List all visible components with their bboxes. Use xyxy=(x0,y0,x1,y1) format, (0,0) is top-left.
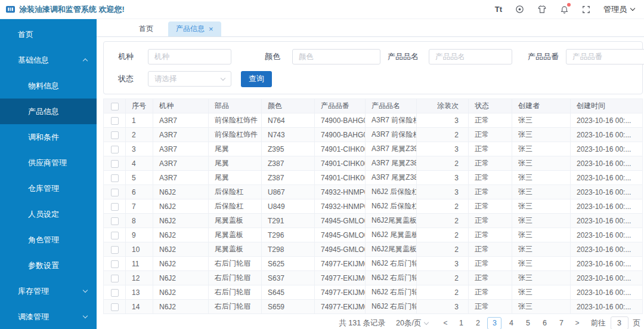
cell: A3R7 尾翼Z387... xyxy=(366,156,417,171)
row-checkbox[interactable] xyxy=(111,217,119,225)
cell: 74977-EKIJM0... xyxy=(315,271,366,285)
row-checkbox[interactable] xyxy=(111,246,119,254)
product-name-input[interactable] xyxy=(429,49,512,64)
table-row: 1A3R7前保险杠饰件N76474900-BAHG00...A3R7 前保险杠.… xyxy=(104,113,643,128)
sidebar-item-product-info[interactable]: 产品信息 xyxy=(0,99,97,124)
total-records: 共 131 条记录 xyxy=(339,318,385,328)
cell: A3R7 xyxy=(153,128,209,142)
page-button-4[interactable]: 4 xyxy=(504,317,518,329)
cell: 74945-GMLO0... xyxy=(315,242,366,257)
cell: 尾翼 xyxy=(209,142,262,156)
notification-bell-icon[interactable] xyxy=(560,5,569,14)
row-checkbox-cell xyxy=(104,214,126,228)
row-checkbox[interactable] xyxy=(111,289,119,297)
column-header: 产品品番 xyxy=(315,99,366,113)
cell: 2 xyxy=(417,214,469,228)
page-button-1[interactable]: 1 xyxy=(454,317,468,329)
row-checkbox[interactable] xyxy=(111,131,119,139)
page-size-select[interactable]: 20条/页 xyxy=(396,318,428,328)
cell: N764 xyxy=(262,113,315,128)
search-button[interactable]: 查询 xyxy=(241,71,272,87)
cell: 张三 xyxy=(512,156,571,171)
tab-product-info[interactable]: 产品信息 × xyxy=(168,21,221,36)
cell: 正常 xyxy=(469,128,512,142)
cell: 2023-10-16 00:... xyxy=(571,214,643,228)
user-menu[interactable]: 管理员 xyxy=(603,4,634,15)
sidebar-item-supplier-mgmt[interactable]: 供应商管理 xyxy=(0,150,97,176)
table-row: 11N6J2右后门轮眉S62574977-EKIJM0...N6J2 右后门轮.… xyxy=(104,257,643,271)
page-button-7[interactable]: 7 xyxy=(554,317,568,329)
app-title: 涂装油漆调和监管系统 欢迎您! xyxy=(19,4,125,15)
cell: N6J2 尾翼盖板... xyxy=(366,228,417,242)
product-number-input[interactable] xyxy=(566,49,644,64)
pagination: 共 131 条记录 20条/页 < 1234567 > 前往 3 页 xyxy=(103,314,643,329)
cell: 正常 xyxy=(469,185,512,199)
row-checkbox[interactable] xyxy=(111,189,119,196)
tab-home[interactable]: 首页 xyxy=(131,21,161,36)
page-button-6[interactable]: 6 xyxy=(537,317,552,329)
row-checkbox[interactable] xyxy=(111,174,119,182)
sidebar-menu: 首页基础信息物料信息产品信息调和条件供应商管理仓库管理人员设定角色管理参数设置库… xyxy=(0,19,97,329)
close-tab-icon[interactable]: × xyxy=(209,25,213,33)
row-checkbox[interactable] xyxy=(111,160,119,168)
page-button-3[interactable]: 3 xyxy=(487,317,501,329)
model-input[interactable] xyxy=(148,49,231,64)
cell: 张三 xyxy=(512,228,571,242)
main-area: 首页 产品信息 × 机种 颜色 产品品名 xyxy=(97,19,644,329)
row-checkbox[interactable] xyxy=(111,303,119,311)
cell: N743 xyxy=(262,128,315,142)
row-checkbox[interactable] xyxy=(111,117,119,125)
sidebar-item-material-info[interactable]: 物料信息 xyxy=(0,73,97,99)
row-checkbox-cell xyxy=(104,185,126,199)
color-input[interactable] xyxy=(292,49,380,64)
user-menu-label: 管理员 xyxy=(603,4,627,15)
sidebar-item-warehouse-mgmt[interactable]: 仓库管理 xyxy=(0,176,97,201)
cell: 2023-10-16 00:... xyxy=(571,199,643,214)
sidebar-item-role-mgmt[interactable]: 角色管理 xyxy=(0,227,97,253)
cell: N6J2 xyxy=(153,214,209,228)
row-checkbox-cell xyxy=(104,113,126,128)
select-all-checkbox[interactable] xyxy=(111,103,119,110)
chevron-down-icon xyxy=(630,6,635,11)
column-header: 颜色 xyxy=(262,99,315,113)
row-checkbox[interactable] xyxy=(111,232,119,239)
tab-home-label: 首页 xyxy=(139,21,153,36)
next-page-button[interactable]: > xyxy=(575,319,579,327)
sidebar-item-inventory-mgmt[interactable]: 库存管理 xyxy=(0,278,97,304)
cell: 尾翼盖板 xyxy=(209,228,262,242)
sidebar-item-personnel-setting[interactable]: 人员设定 xyxy=(0,201,97,227)
product-name-label: 产品品名 xyxy=(388,51,421,62)
goto-page-input[interactable]: 3 xyxy=(611,316,628,329)
cell: N6J2 xyxy=(153,285,209,300)
cell: 张三 xyxy=(512,285,571,300)
row-checkbox[interactable] xyxy=(111,260,119,268)
cell: 74977-EKIJM0... xyxy=(315,300,366,314)
cell: 后保险杠 xyxy=(209,199,262,214)
sidebar-item-paint-mgmt[interactable]: 调漆管理 xyxy=(0,304,97,329)
cell: 74901-CIHK00... xyxy=(315,142,366,156)
prev-page-button[interactable]: < xyxy=(443,319,447,327)
target-icon[interactable] xyxy=(515,5,524,14)
row-checkbox[interactable] xyxy=(111,146,119,153)
font-size-icon[interactable]: Tt xyxy=(495,5,502,13)
sidebar-item-home[interactable]: 首页 xyxy=(0,21,97,47)
fullscreen-icon[interactable] xyxy=(582,5,590,14)
page-button-5[interactable]: 5 xyxy=(521,317,535,329)
status-select[interactable]: 请选择 xyxy=(148,71,231,87)
sidebar-item-blend-condition[interactable]: 调和条件 xyxy=(0,124,97,150)
page-button-2[interactable]: 2 xyxy=(470,317,485,329)
cell: 2023-10-16 00:... xyxy=(571,285,643,300)
sidebar-item-param-setting[interactable]: 参数设置 xyxy=(0,253,97,278)
cell: 2023-10-16 00:... xyxy=(571,242,643,257)
row-checkbox-cell xyxy=(104,271,126,285)
row-checkbox[interactable] xyxy=(111,203,119,211)
sidebar-item-basic-info[interactable]: 基础信息 xyxy=(0,47,97,73)
theme-shirt-icon[interactable] xyxy=(537,5,547,14)
app-logo-icon xyxy=(6,5,15,14)
row-checkbox[interactable] xyxy=(111,275,119,282)
cell: N6J2尾翼盖板... xyxy=(366,242,417,257)
sidebar-item-label: 调和条件 xyxy=(28,132,59,143)
cell: Z395 xyxy=(262,142,315,156)
cell: 张三 xyxy=(512,199,571,214)
cell: A3R7 前保险杠... xyxy=(366,113,417,128)
